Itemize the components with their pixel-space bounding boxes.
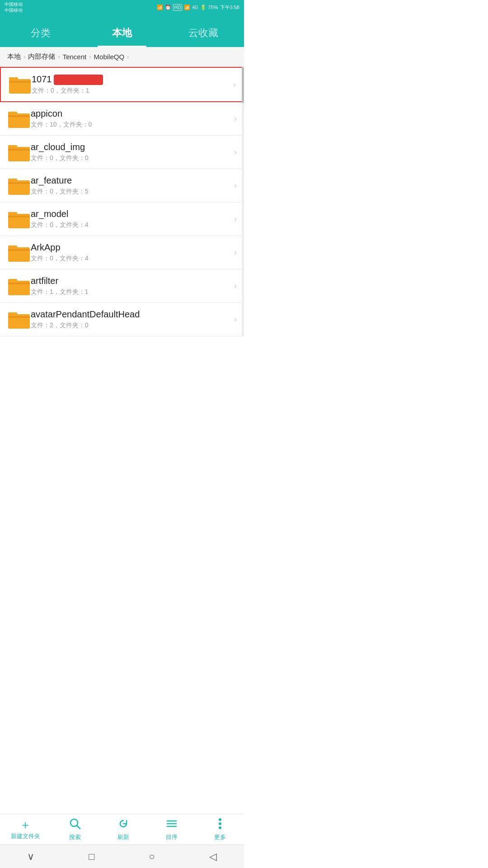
clock-icon: ⏰ (165, 5, 171, 10)
svg-rect-17 (8, 249, 30, 251)
folder-info: ar_model文件：0，文件夹：4 (31, 209, 230, 229)
status-icons: 📶 ⏰ HD 📶 4G 🔋 75% 下午3:58 (157, 4, 239, 11)
folder-icon (7, 176, 31, 196)
folder-icon (7, 310, 31, 330)
chevron-right-icon: › (234, 147, 237, 157)
chevron-right-icon: › (234, 181, 237, 190)
wifi-icon: 📶 (184, 5, 190, 10)
folder-meta: 文件：0，文件夹：1 (32, 87, 230, 95)
folder-item[interactable]: ArkApp文件：0，文件夹：4› (0, 236, 244, 269)
breadcrumb-chevron-2: › (58, 53, 60, 60)
folder-item[interactable]: ar_feature文件：0，文件夹：5› (0, 169, 244, 203)
svg-rect-20 (8, 283, 30, 284)
time-display: 下午3:58 (220, 4, 239, 11)
folder-meta: 文件：0，文件夹：0 (31, 154, 230, 162)
chevron-right-icon: › (234, 315, 237, 324)
folder-item[interactable]: ar_cloud_img文件：0，文件夹：0› (0, 136, 244, 169)
folder-icon (7, 276, 31, 296)
folder-meta: 文件：0，文件夹：4 (31, 221, 230, 229)
folder-name: 1071██████ (32, 74, 230, 85)
svg-rect-8 (8, 149, 30, 151)
carrier-info: 中国移动 中国移动 (5, 1, 23, 13)
folder-item[interactable]: ar_model文件：0，文件夹：4› (0, 203, 244, 236)
folder-meta: 文件：0，文件夹：4 (31, 255, 230, 263)
chevron-right-icon: › (234, 214, 237, 224)
tab-local[interactable]: 本地 (81, 26, 163, 47)
folder-item[interactable]: appicon文件：10，文件夹：0› (0, 102, 244, 136)
svg-rect-14 (8, 216, 30, 217)
folder-list: 1071██████文件：0，文件夹：1›appicon文件：10，文件夹：0›… (0, 67, 244, 336)
folder-meta: 文件：10，文件夹：0 (31, 121, 230, 129)
chevron-right-icon: › (233, 80, 236, 90)
breadcrumb-mobileqq[interactable]: MobileQQ (94, 53, 125, 61)
folder-name: ar_feature (31, 175, 230, 186)
folder-icon (7, 209, 31, 229)
signal-icon: 4G (192, 5, 198, 10)
scrollbar-thumb[interactable] (242, 67, 244, 103)
folder-meta: 文件：1，文件夹：1 (31, 288, 230, 296)
folder-name: avatarPendantDefaultHead (31, 309, 230, 320)
battery-level: 75% (208, 5, 218, 10)
breadcrumb-tencent[interactable]: Tencent (63, 53, 87, 61)
chevron-right-icon: › (234, 114, 237, 123)
folder-item[interactable]: artfilter文件：1，文件夹：1› (0, 269, 244, 303)
breadcrumb: 本地 › 内部存储 › Tencent › MobileQQ › (0, 47, 244, 67)
hd-icon: HD (173, 4, 182, 11)
chevron-right-icon: › (234, 248, 237, 257)
folder-item[interactable]: 1071██████文件：0，文件夹：1› (0, 67, 244, 102)
folder-info: artfilter文件：1，文件夹：1 (31, 276, 230, 296)
folder-info: ar_feature文件：0，文件夹：5 (31, 175, 230, 196)
status-bar: 中国移动 中国移动 📶 ⏰ HD 📶 4G 🔋 75% 下午3:58 (0, 0, 244, 14)
tab-category[interactable]: 分类 (0, 26, 81, 47)
tab-cloud[interactable]: 云收藏 (163, 26, 244, 47)
folder-info: appicon文件：10，文件夹：0 (31, 108, 230, 129)
breadcrumb-chevron-3: › (89, 53, 91, 60)
folder-name: appicon (31, 108, 230, 119)
chevron-right-icon: › (234, 281, 237, 291)
folder-info: ArkApp文件：0，文件夹：4 (31, 242, 230, 263)
svg-rect-5 (8, 115, 30, 117)
folder-meta: 文件：2，文件夹：0 (31, 321, 230, 330)
svg-rect-11 (8, 182, 30, 184)
folder-icon (8, 75, 32, 94)
folder-meta: 文件：0，文件夹：5 (31, 188, 230, 196)
folder-icon (7, 109, 31, 129)
folder-info: avatarPendantDefaultHead文件：2，文件夹：0 (31, 309, 230, 330)
breadcrumb-internal[interactable]: 内部存储 (28, 52, 55, 61)
svg-rect-2 (9, 81, 31, 83)
folder-icon (7, 142, 31, 162)
folder-info: 1071██████文件：0，文件夹：1 (32, 74, 230, 95)
scrollbar[interactable] (242, 67, 244, 336)
folder-name: ar_model (31, 209, 230, 219)
breadcrumb-chevron-4: › (127, 53, 129, 60)
sim-icon: 📶 (157, 5, 163, 10)
tab-bar: 分类 本地 云收藏 (0, 14, 244, 47)
folder-icon (7, 243, 31, 263)
content-wrapper: 1071██████文件：0，文件夹：1›appicon文件：10，文件夹：0›… (0, 67, 244, 336)
breadcrumb-local[interactable]: 本地 (7, 52, 21, 61)
folder-name: ArkApp (31, 242, 230, 253)
svg-rect-23 (8, 316, 30, 318)
battery-icon: 🔋 (200, 5, 206, 10)
folder-name: artfilter (31, 276, 230, 286)
folder-item[interactable]: avatarPendantDefaultHead文件：2，文件夹：0› (0, 303, 244, 336)
folder-info: ar_cloud_img文件：0，文件夹：0 (31, 142, 230, 162)
breadcrumb-chevron-1: › (23, 53, 25, 60)
folder-name: ar_cloud_img (31, 142, 230, 152)
